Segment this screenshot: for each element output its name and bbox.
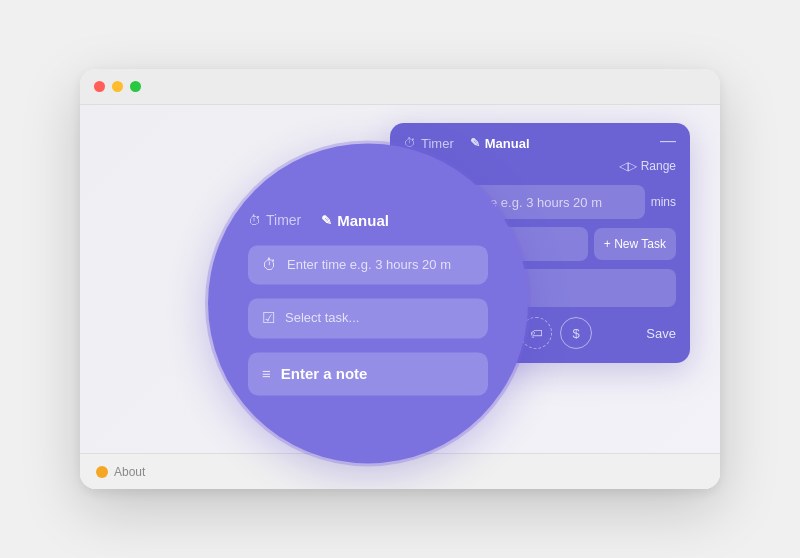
tab-timer[interactable]: ⏱ Timer (404, 136, 454, 151)
new-task-button[interactable]: + New Task (594, 228, 676, 260)
footer-bar: About (80, 453, 720, 489)
browser-content: ⏱ Timer ✎ Manual — ◁▷ Range (80, 105, 720, 489)
save-button[interactable]: Save (646, 326, 676, 341)
tab-manual[interactable]: ✎ Manual (470, 136, 530, 151)
minimize-button[interactable]: — (660, 133, 676, 149)
action-icons: 🏷 $ (520, 317, 592, 349)
about-text: About (114, 465, 145, 479)
task-input-wrap: ☑ (404, 227, 588, 261)
browser-window: ⏱ Timer ✎ Manual — ◁▷ Range (80, 69, 720, 489)
manual-icon: ✎ (470, 136, 480, 150)
panel-header: ⏱ Timer ✎ Manual — (390, 123, 690, 159)
popup-panel: ⏱ Timer ✎ Manual — ◁▷ Range (390, 123, 690, 363)
note-input[interactable] (432, 280, 664, 296)
time-input-wrap: ⏱ (404, 185, 645, 219)
browser-dot-yellow[interactable] (112, 81, 123, 92)
note-icon: ≡ (416, 280, 424, 296)
billing-button[interactable]: $ (560, 317, 592, 349)
browser-dot-red[interactable] (94, 81, 105, 92)
range-label: Range (641, 159, 676, 173)
time-input[interactable] (438, 195, 633, 210)
clock-icon: ⏱ (416, 194, 430, 210)
browser-dot-green[interactable] (130, 81, 141, 92)
outer-container: ⏱ Timer ✎ Manual — ◁▷ Range (60, 49, 740, 509)
when-text: When: now (404, 326, 466, 340)
tab-manual-label: Manual (485, 136, 530, 151)
bottom-row: When: now 🏷 $ Save (404, 315, 676, 349)
about-dot (96, 466, 108, 478)
tag-button[interactable]: 🏷 (520, 317, 552, 349)
task-check-icon: ☑ (416, 236, 429, 252)
note-input-wrap: ≡ (404, 269, 676, 307)
when-now-link[interactable]: now (442, 326, 466, 340)
task-input[interactable] (437, 237, 576, 252)
task-row: ☑ + New Task (404, 227, 676, 261)
panel-tabs: ⏱ Timer ✎ Manual (404, 136, 530, 151)
mins-label: mins (651, 195, 676, 209)
panel-body: ⏱ mins ☑ + New Task (390, 177, 690, 363)
time-row: ⏱ mins (404, 185, 676, 219)
tab-timer-label: Timer (421, 136, 454, 151)
range-icon: ◁▷ (619, 159, 637, 173)
timer-icon: ⏱ (404, 136, 416, 150)
browser-top-bar (80, 69, 720, 105)
